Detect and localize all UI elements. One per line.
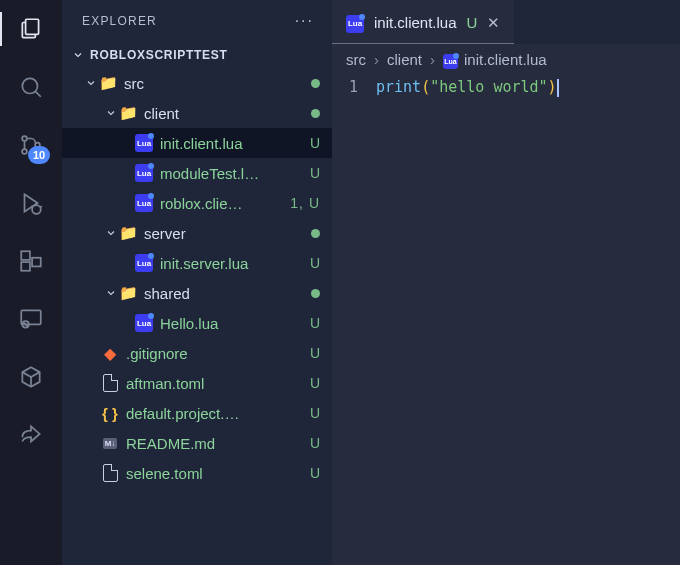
lua-icon: Lua: [134, 254, 154, 272]
lua-icon: Lua: [134, 164, 154, 182]
tree-label: README.md: [126, 435, 306, 452]
tree-label: default.project.…: [126, 405, 306, 422]
lua-icon: Lua: [134, 134, 154, 152]
activity-debug[interactable]: [16, 188, 46, 218]
tree-file-default-project[interactable]: { } default.project.… U: [62, 398, 332, 428]
tree-file-roblox-client[interactable]: Lua roblox.clie… 1, U: [62, 188, 332, 218]
tree-label: moduleTest.l…: [160, 165, 306, 182]
tree-file-hello[interactable]: Lua Hello.lua U: [62, 308, 332, 338]
activity-bar: 10: [0, 0, 62, 565]
tree-file-selene[interactable]: selene.toml U: [62, 458, 332, 488]
chevron-right-icon: ›: [430, 51, 435, 68]
folder-server-icon: 📁: [118, 224, 138, 242]
svg-rect-0: [26, 19, 39, 34]
token-paren-close: ): [548, 78, 557, 96]
tree-folder-src[interactable]: 📁 src: [62, 68, 332, 98]
tree-label: roblox.clie…: [160, 195, 290, 212]
scm-badge: 10: [28, 146, 50, 164]
activity-search[interactable]: [16, 72, 46, 102]
activity-scm[interactable]: 10: [16, 130, 46, 160]
tree-file-init-client[interactable]: Lua init.client.lua U: [62, 128, 332, 158]
tree-label: Hello.lua: [160, 315, 306, 332]
git-icon: ◆: [100, 344, 120, 363]
tree-status: U: [306, 345, 320, 361]
tree-status: [306, 105, 320, 121]
sidebar-title-row: EXPLORER ···: [62, 0, 332, 44]
close-icon[interactable]: ✕: [487, 14, 500, 32]
tree-label: src: [124, 75, 306, 92]
svg-point-1: [22, 78, 37, 93]
folder-client-icon: 📁: [118, 104, 138, 122]
tree-folder-client[interactable]: 📁 client: [62, 98, 332, 128]
activity-explorer[interactable]: [16, 14, 46, 44]
remote-icon: [18, 306, 44, 332]
tree-file-readme[interactable]: M↓ README.md U: [62, 428, 332, 458]
tree-status: U: [306, 315, 320, 331]
breadcrumb-src[interactable]: src: [346, 51, 366, 68]
search-icon: [18, 74, 44, 100]
tree-status: U: [306, 405, 320, 421]
tree-label: aftman.toml: [126, 375, 306, 392]
sidebar-more-icon[interactable]: ···: [295, 12, 314, 30]
tree-status: U: [306, 375, 320, 391]
tree-file-init-server[interactable]: Lua init.server.lua U: [62, 248, 332, 278]
tree-status: U: [306, 465, 320, 481]
tree-file-aftman[interactable]: aftman.toml U: [62, 368, 332, 398]
tree-file-gitignore[interactable]: ◆ .gitignore U: [62, 338, 332, 368]
section-header[interactable]: ROBLOXSCRIPTTEST: [62, 44, 332, 68]
code-editor[interactable]: 1 print("hello world"): [332, 74, 680, 565]
tab-init-client[interactable]: Lua init.client.lua U ✕: [332, 0, 514, 44]
svg-line-9: [31, 206, 33, 207]
chevron-down-icon: [84, 77, 98, 89]
breadcrumb[interactable]: src › client › Lua init.client.lua: [332, 44, 680, 74]
code-line[interactable]: print("hello world"): [376, 78, 559, 565]
run-debug-icon: [18, 190, 44, 216]
svg-point-7: [32, 205, 41, 214]
tree-label: client: [144, 105, 306, 122]
tree-label: .gitignore: [126, 345, 306, 362]
tree-status: [306, 225, 320, 241]
chevron-down-icon: [104, 287, 118, 299]
tree-status: U: [306, 165, 320, 181]
dirty-dot-icon: [311, 289, 320, 298]
tree-folder-server[interactable]: 📁 server: [62, 218, 332, 248]
breadcrumb-file[interactable]: Lua init.client.lua: [443, 50, 547, 69]
svg-line-2: [35, 91, 40, 96]
chevron-down-icon: [104, 107, 118, 119]
share-icon: [18, 422, 44, 448]
token-fn: print: [376, 78, 421, 96]
file-tree: 📁 src 📁 client Lua init.client.lua U Lua…: [62, 68, 332, 565]
tree-status: U: [306, 255, 320, 271]
chevron-down-icon: [72, 49, 84, 61]
tree-status: U: [306, 135, 320, 151]
folder-shared-icon: 📁: [118, 284, 138, 302]
chevron-right-icon: ›: [374, 51, 379, 68]
activity-share[interactable]: [16, 420, 46, 450]
token-string: "hello world": [430, 78, 547, 96]
lua-icon: Lua: [346, 12, 364, 33]
breadcrumb-client[interactable]: client: [387, 51, 422, 68]
dirty-dot-icon: [311, 109, 320, 118]
tree-label: init.client.lua: [160, 135, 306, 152]
svg-point-4: [22, 149, 27, 154]
activity-remote[interactable]: [16, 304, 46, 334]
tab-label: init.client.lua: [374, 14, 457, 31]
tree-file-moduletest[interactable]: Lua moduleTest.l… U: [62, 158, 332, 188]
files-icon: [18, 16, 44, 42]
svg-rect-13: [32, 258, 41, 267]
text-cursor: [557, 79, 559, 97]
file-icon: [100, 374, 120, 392]
tree-status: [306, 75, 320, 91]
lua-icon: Lua: [134, 314, 154, 332]
extensions-icon: [18, 248, 44, 274]
svg-rect-11: [21, 251, 30, 260]
activity-cube[interactable]: [16, 362, 46, 392]
file-icon: [100, 464, 120, 482]
activity-extensions[interactable]: [16, 246, 46, 276]
tree-folder-shared[interactable]: 📁 shared: [62, 278, 332, 308]
tree-status: 1, U: [290, 195, 320, 211]
tree-label: server: [144, 225, 306, 242]
tree-status: [306, 285, 320, 301]
dirty-dot-icon: [311, 229, 320, 238]
tree-label: shared: [144, 285, 306, 302]
